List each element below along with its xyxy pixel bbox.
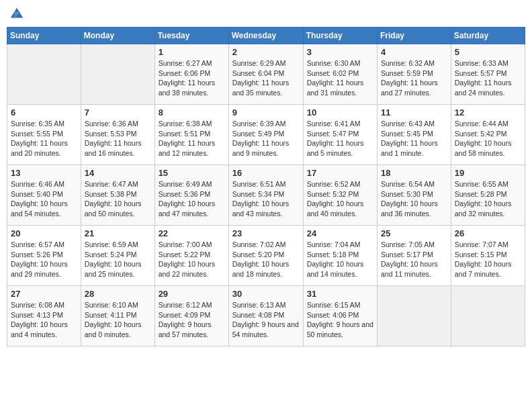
calendar-cell: 29Sunrise: 6:12 AM Sunset: 4:09 PM Dayli…: [154, 286, 228, 347]
weekday-header-row: SundayMondayTuesdayWednesdayThursdayFrid…: [7, 28, 525, 44]
day-number: 6: [11, 107, 77, 118]
weekday-header-thursday: Thursday: [303, 28, 377, 44]
weekday-header-friday: Friday: [378, 28, 451, 44]
day-info: Sunrise: 6:51 AM Sunset: 5:34 PM Dayligh…: [232, 179, 300, 219]
calendar-cell: 4Sunrise: 6:32 AM Sunset: 5:59 PM Daylig…: [378, 44, 451, 105]
day-number: 31: [307, 289, 373, 299]
calendar-cell: 3Sunrise: 6:30 AM Sunset: 6:02 PM Daylig…: [303, 44, 377, 105]
calendar-cell: 30Sunrise: 6:13 AM Sunset: 4:08 PM Dayli…: [228, 286, 303, 347]
day-info: Sunrise: 6:59 AM Sunset: 5:24 PM Dayligh…: [85, 240, 151, 279]
day-number: 17: [307, 168, 373, 178]
day-info: Sunrise: 6:33 AM Sunset: 5:57 PM Dayligh…: [455, 58, 521, 98]
day-info: Sunrise: 6:44 AM Sunset: 5:42 PM Dayligh…: [455, 119, 521, 158]
day-number: 10: [307, 107, 373, 118]
day-number: 2: [232, 47, 300, 57]
day-number: 30: [232, 289, 300, 299]
day-number: 12: [455, 107, 521, 118]
day-info: Sunrise: 6:13 AM Sunset: 4:08 PM Dayligh…: [232, 300, 300, 340]
day-number: 14: [85, 168, 151, 178]
day-info: Sunrise: 7:02 AM Sunset: 5:20 PM Dayligh…: [232, 240, 300, 279]
weekday-header-saturday: Saturday: [451, 28, 525, 44]
day-number: 9: [232, 107, 300, 118]
calendar-cell: 20Sunrise: 6:57 AM Sunset: 5:26 PM Dayli…: [7, 226, 81, 286]
day-info: Sunrise: 6:30 AM Sunset: 6:02 PM Dayligh…: [307, 58, 373, 98]
day-info: Sunrise: 6:27 AM Sunset: 6:06 PM Dayligh…: [159, 58, 225, 98]
day-number: 7: [85, 107, 151, 118]
day-info: Sunrise: 6:54 AM Sunset: 5:30 PM Dayligh…: [381, 179, 447, 219]
day-info: Sunrise: 6:46 AM Sunset: 5:40 PM Dayligh…: [11, 179, 77, 219]
calendar-cell: 23Sunrise: 7:02 AM Sunset: 5:20 PM Dayli…: [228, 226, 303, 286]
day-number: 15: [159, 168, 225, 178]
calendar-cell: 1Sunrise: 6:27 AM Sunset: 6:06 PM Daylig…: [154, 44, 228, 105]
day-number: 16: [232, 168, 300, 178]
day-info: Sunrise: 6:08 AM Sunset: 4:13 PM Dayligh…: [11, 300, 77, 340]
day-number: 29: [159, 289, 225, 299]
day-info: Sunrise: 6:15 AM Sunset: 4:06 PM Dayligh…: [307, 300, 373, 340]
day-number: 23: [232, 228, 300, 238]
weekday-header-monday: Monday: [81, 28, 154, 44]
calendar-cell: 16Sunrise: 6:51 AM Sunset: 5:34 PM Dayli…: [228, 165, 303, 226]
calendar-cell: 10Sunrise: 6:41 AM Sunset: 5:47 PM Dayli…: [303, 105, 377, 165]
weekday-header-sunday: Sunday: [7, 28, 81, 44]
day-number: 18: [381, 168, 447, 178]
day-info: Sunrise: 6:29 AM Sunset: 6:04 PM Dayligh…: [232, 58, 300, 98]
day-number: 26: [455, 228, 521, 238]
day-number: 25: [381, 228, 447, 238]
calendar-cell: 31Sunrise: 6:15 AM Sunset: 4:06 PM Dayli…: [303, 286, 377, 347]
day-info: Sunrise: 6:38 AM Sunset: 5:51 PM Dayligh…: [159, 119, 225, 158]
day-info: Sunrise: 6:12 AM Sunset: 4:09 PM Dayligh…: [159, 300, 225, 340]
day-number: 28: [85, 289, 151, 299]
day-info: Sunrise: 6:10 AM Sunset: 4:11 PM Dayligh…: [85, 300, 151, 340]
day-info: Sunrise: 7:07 AM Sunset: 5:15 PM Dayligh…: [455, 240, 521, 279]
day-number: 24: [307, 228, 373, 238]
day-info: Sunrise: 6:47 AM Sunset: 5:38 PM Dayligh…: [85, 179, 151, 219]
calendar-week-row: 27Sunrise: 6:08 AM Sunset: 4:13 PM Dayli…: [7, 286, 525, 347]
calendar-cell: 14Sunrise: 6:47 AM Sunset: 5:38 PM Dayli…: [81, 165, 154, 226]
calendar-week-row: 20Sunrise: 6:57 AM Sunset: 5:26 PM Dayli…: [7, 226, 525, 286]
day-number: 27: [11, 289, 77, 299]
calendar-table: SundayMondayTuesdayWednesdayThursdayFrid…: [7, 27, 525, 347]
calendar-cell: 12Sunrise: 6:44 AM Sunset: 5:42 PM Dayli…: [451, 105, 525, 165]
calendar-cell: [451, 286, 525, 347]
calendar-cell: 18Sunrise: 6:54 AM Sunset: 5:30 PM Dayli…: [378, 165, 451, 226]
calendar-cell: 24Sunrise: 7:04 AM Sunset: 5:18 PM Dayli…: [303, 226, 377, 286]
day-number: 19: [455, 168, 521, 178]
logo: [9, 7, 26, 21]
day-info: Sunrise: 6:57 AM Sunset: 5:26 PM Dayligh…: [11, 240, 77, 279]
day-info: Sunrise: 6:49 AM Sunset: 5:36 PM Dayligh…: [159, 179, 225, 219]
calendar-cell: 11Sunrise: 6:43 AM Sunset: 5:45 PM Dayli…: [378, 105, 451, 165]
calendar-cell: 9Sunrise: 6:39 AM Sunset: 5:49 PM Daylig…: [228, 105, 303, 165]
day-info: Sunrise: 7:04 AM Sunset: 5:18 PM Dayligh…: [307, 240, 373, 279]
calendar-cell: 2Sunrise: 6:29 AM Sunset: 6:04 PM Daylig…: [228, 44, 303, 105]
day-number: 20: [11, 228, 77, 238]
calendar-cell: 25Sunrise: 7:05 AM Sunset: 5:17 PM Dayli…: [378, 226, 451, 286]
day-info: Sunrise: 6:43 AM Sunset: 5:45 PM Dayligh…: [381, 119, 447, 158]
day-info: Sunrise: 7:05 AM Sunset: 5:17 PM Dayligh…: [381, 240, 447, 279]
day-number: 4: [381, 47, 447, 57]
calendar-cell: 26Sunrise: 7:07 AM Sunset: 5:15 PM Dayli…: [451, 226, 525, 286]
day-number: 5: [455, 47, 521, 57]
day-number: 21: [85, 228, 151, 238]
calendar-cell: [378, 286, 451, 347]
day-info: Sunrise: 6:39 AM Sunset: 5:49 PM Dayligh…: [232, 119, 300, 158]
calendar-cell: 21Sunrise: 6:59 AM Sunset: 5:24 PM Dayli…: [81, 226, 154, 286]
calendar-cell: 5Sunrise: 6:33 AM Sunset: 5:57 PM Daylig…: [451, 44, 525, 105]
calendar-cell: 28Sunrise: 6:10 AM Sunset: 4:11 PM Dayli…: [81, 286, 154, 347]
weekday-header-tuesday: Tuesday: [154, 28, 228, 44]
day-info: Sunrise: 6:41 AM Sunset: 5:47 PM Dayligh…: [307, 119, 373, 158]
day-number: 1: [159, 47, 225, 57]
day-number: 11: [381, 107, 447, 118]
weekday-header-wednesday: Wednesday: [228, 28, 303, 44]
day-info: Sunrise: 6:32 AM Sunset: 5:59 PM Dayligh…: [381, 58, 447, 98]
day-number: 13: [11, 168, 77, 178]
calendar-cell: 7Sunrise: 6:36 AM Sunset: 5:53 PM Daylig…: [81, 105, 154, 165]
calendar-cell: 13Sunrise: 6:46 AM Sunset: 5:40 PM Dayli…: [7, 165, 81, 226]
calendar-cell: 6Sunrise: 6:35 AM Sunset: 5:55 PM Daylig…: [7, 105, 81, 165]
logo-icon: [9, 7, 24, 21]
calendar-week-row: 13Sunrise: 6:46 AM Sunset: 5:40 PM Dayli…: [7, 165, 525, 226]
day-number: 3: [307, 47, 373, 57]
calendar-cell: [81, 44, 154, 105]
day-info: Sunrise: 6:52 AM Sunset: 5:32 PM Dayligh…: [307, 179, 373, 219]
calendar-cell: 8Sunrise: 6:38 AM Sunset: 5:51 PM Daylig…: [154, 105, 228, 165]
day-info: Sunrise: 6:36 AM Sunset: 5:53 PM Dayligh…: [85, 119, 151, 158]
